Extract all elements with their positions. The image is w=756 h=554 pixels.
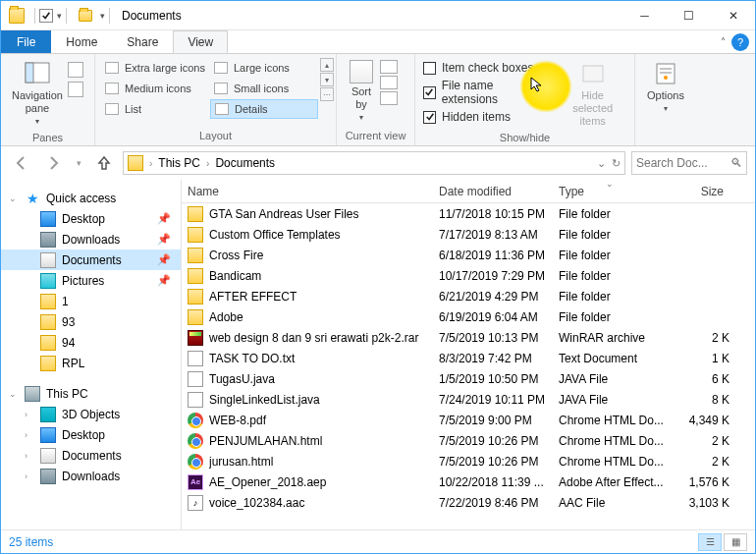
folder-icon bbox=[128, 155, 143, 171]
details-pane-icon[interactable] bbox=[68, 82, 83, 97]
chevron-right-icon[interactable]: › bbox=[204, 158, 211, 169]
crumb-this-pc[interactable]: This PC bbox=[154, 156, 204, 170]
layout-details[interactable]: Details bbox=[210, 99, 318, 119]
file-type: Text Document bbox=[559, 352, 678, 365]
crumb-documents[interactable]: Documents bbox=[211, 156, 279, 170]
svg-point-6 bbox=[664, 76, 668, 80]
size-columns-icon[interactable] bbox=[380, 91, 398, 105]
layout-small[interactable]: Small icons bbox=[210, 79, 318, 98]
qa-checkbox[interactable] bbox=[39, 9, 53, 23]
up-button[interactable] bbox=[91, 150, 117, 176]
hide-selected-button: Hide selected items bbox=[557, 58, 628, 130]
gallery-up-icon[interactable]: ▴ bbox=[320, 58, 334, 72]
sidebar-this-pc[interactable]: ⌄This PC bbox=[1, 383, 181, 404]
refresh-icon[interactable]: ↻ bbox=[612, 157, 621, 170]
column-date[interactable]: Date modified bbox=[433, 185, 553, 198]
file-row[interactable]: Custom Office Templates7/17/2019 8:13 AM… bbox=[182, 224, 755, 245]
layout-extra-large[interactable]: Extra large icons bbox=[101, 58, 209, 78]
file-row[interactable]: Cross Fire6/18/2019 11:36 PMFile folder bbox=[182, 245, 755, 265]
tab-view[interactable]: View bbox=[173, 30, 228, 53]
minimize-button[interactable]: ─ bbox=[622, 1, 667, 29]
sidebar-item-documents[interactable]: ›Documents bbox=[1, 445, 181, 466]
search-box[interactable]: 🔍︎ bbox=[631, 151, 747, 175]
chevron-down-icon[interactable]: ⌄ bbox=[597, 157, 606, 170]
view-thumbnails-button[interactable]: ▦ bbox=[724, 533, 747, 551]
sidebar-item-folder[interactable]: 1 bbox=[1, 291, 181, 311]
forward-button[interactable] bbox=[40, 150, 66, 176]
sidebar-item-3d-objects[interactable]: ›3D Objects bbox=[1, 404, 181, 424]
column-size[interactable]: Size bbox=[673, 185, 731, 198]
file-name: TASK TO DO.txt bbox=[209, 352, 439, 365]
layout-list[interactable]: List bbox=[101, 99, 209, 119]
sidebar-item-folder[interactable]: 94 bbox=[1, 332, 181, 353]
close-button[interactable]: ✕ bbox=[711, 1, 755, 29]
file-row[interactable]: AeAE_Opener_2018.aep10/22/2018 11:39 ...… bbox=[182, 471, 755, 492]
chevron-right-icon[interactable]: › bbox=[147, 158, 154, 169]
file-name: SingleLinkedList.java bbox=[209, 393, 439, 407]
sidebar-item-documents[interactable]: Documents📌 bbox=[1, 249, 181, 270]
file-row[interactable]: SingleLinkedList.java7/24/2019 10:11 PMJ… bbox=[182, 389, 755, 410]
column-name[interactable]: Name bbox=[182, 185, 433, 198]
file-row[interactable]: TASK TO DO.txt8/3/2019 7:42 PMText Docum… bbox=[182, 348, 755, 368]
group-label: Layout bbox=[101, 128, 330, 143]
file-type: File folder bbox=[559, 269, 678, 283]
tab-share[interactable]: Share bbox=[112, 30, 173, 53]
file-row[interactable]: WEB-8.pdf7/5/2019 9:00 PMChrome HTML Do.… bbox=[182, 410, 755, 430]
layout-medium[interactable]: Medium icons bbox=[101, 79, 209, 98]
back-button[interactable] bbox=[9, 150, 34, 176]
file-list[interactable]: GTA San Andreas User Files11/7/2018 10:1… bbox=[182, 203, 755, 529]
ribbon-tabs: File Home Share View ˄ ? bbox=[1, 30, 755, 54]
file-row[interactable]: TugasU.java1/5/2019 10:50 PMJAVA File6 K bbox=[182, 368, 755, 389]
item-check-boxes[interactable]: Item check boxes bbox=[421, 60, 551, 76]
sidebar-item-folder[interactable]: 93 bbox=[1, 311, 181, 332]
sort-by-button[interactable]: Sort by ▾ bbox=[343, 58, 380, 128]
sidebar-quick-access[interactable]: ⌄★Quick access bbox=[1, 188, 181, 208]
gallery-expand-icon[interactable]: ⋯ bbox=[320, 87, 334, 101]
file-row[interactable]: PENJUMLAHAN.html7/5/2019 10:26 PMChrome … bbox=[182, 430, 755, 451]
layout-large[interactable]: Large icons bbox=[210, 58, 318, 78]
view-details-button[interactable]: ☰ bbox=[698, 533, 722, 551]
chevron-down-icon[interactable]: ▾ bbox=[57, 11, 62, 21]
qa-dropdown-icon[interactable]: ▾ bbox=[100, 11, 105, 21]
file-type: File folder bbox=[559, 228, 678, 242]
gallery-down-icon[interactable]: ▾ bbox=[320, 73, 334, 86]
maximize-button[interactable]: ☐ bbox=[667, 1, 711, 29]
address-bar[interactable]: › This PC › Documents ⌄ ↻ bbox=[123, 151, 625, 175]
file-row[interactable]: Bandicam10/17/2019 7:29 PMFile folder bbox=[182, 265, 755, 286]
layout-gallery[interactable]: Extra large icons Large icons Medium ico… bbox=[101, 58, 318, 119]
file-size: 1 K bbox=[678, 352, 737, 365]
options-button[interactable]: Options ▾ bbox=[641, 58, 690, 117]
file-name-extensions[interactable]: File name extensions bbox=[421, 78, 551, 107]
file-name: Custom Office Templates bbox=[209, 228, 439, 242]
collapse-ribbon-icon[interactable]: ˄ bbox=[721, 36, 726, 47]
pictures-icon bbox=[40, 273, 56, 289]
file-row[interactable]: GTA San Andreas User Files11/7/2018 10:1… bbox=[182, 203, 755, 224]
file-row[interactable]: jurusan.html7/5/2019 10:26 PMChrome HTML… bbox=[182, 451, 755, 471]
sidebar-item-downloads[interactable]: Downloads📌 bbox=[1, 229, 181, 249]
search-input[interactable] bbox=[636, 156, 730, 170]
group-by-icon[interactable] bbox=[380, 60, 398, 74]
file-row[interactable]: ♪voice_102384.aac7/22/2019 8:46 PMAAC Fi… bbox=[182, 492, 755, 513]
help-button[interactable]: ? bbox=[731, 33, 749, 51]
file-row[interactable]: Adobe6/19/2019 6:04 AMFile folder bbox=[182, 306, 755, 327]
sidebar-item-downloads[interactable]: ›Downloads bbox=[1, 466, 181, 486]
tab-home[interactable]: Home bbox=[51, 30, 112, 53]
sidebar-item-folder[interactable]: RPL bbox=[1, 353, 181, 373]
sidebar-item-desktop[interactable]: Desktop📌 bbox=[1, 208, 181, 229]
file-row[interactable]: AFTER EFFECT6/21/2019 4:29 PMFile folder bbox=[182, 286, 755, 306]
file-row[interactable]: web design 8 dan 9 sri erawati p2k-2.rar… bbox=[182, 327, 755, 348]
hidden-items[interactable]: Hidden items bbox=[421, 109, 551, 125]
folder-icon bbox=[188, 309, 203, 325]
folder-icon bbox=[40, 314, 56, 330]
preview-pane-icon[interactable] bbox=[68, 62, 83, 78]
history-dropdown[interactable]: ▾ bbox=[72, 150, 85, 176]
add-columns-icon[interactable] bbox=[380, 76, 398, 89]
navigation-pane-button[interactable]: Navigation pane ▾ bbox=[7, 58, 68, 130]
tab-file[interactable]: File bbox=[1, 30, 51, 53]
audio-file-icon: ♪ bbox=[188, 495, 203, 511]
sidebar-item-pictures[interactable]: Pictures📌 bbox=[1, 270, 181, 291]
search-icon: 🔍︎ bbox=[730, 156, 742, 170]
file-date: 7/22/2019 8:46 PM bbox=[439, 496, 559, 510]
file-type: Chrome HTML Do... bbox=[559, 414, 678, 427]
sidebar-item-desktop[interactable]: ›Desktop bbox=[1, 424, 181, 445]
